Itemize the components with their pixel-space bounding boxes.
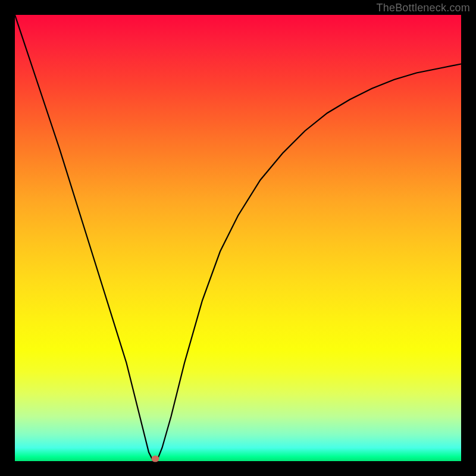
chart-frame: TheBottleneck.com (0, 0, 476, 476)
optimal-point-marker (152, 456, 159, 462)
watermark-text: TheBottleneck.com (377, 2, 470, 14)
plot-area (15, 15, 461, 461)
